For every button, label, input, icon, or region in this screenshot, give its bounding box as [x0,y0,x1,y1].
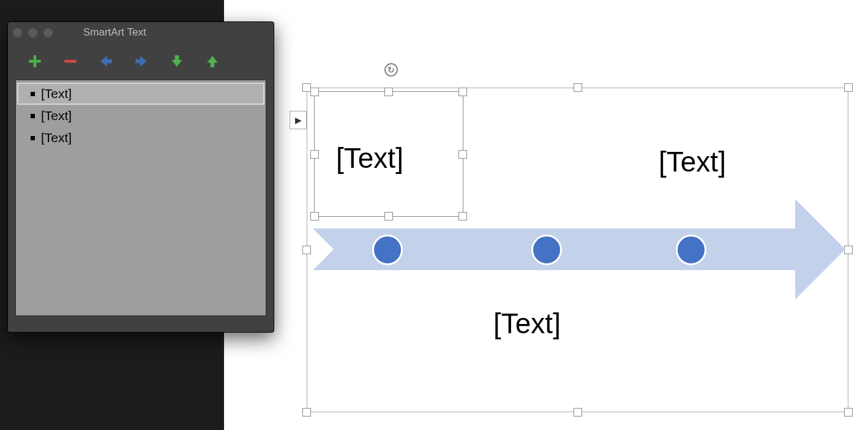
resize-handle-sw[interactable] [302,408,311,417]
inner-resize-se[interactable] [458,212,467,221]
list-item-label: [Text] [41,108,72,123]
panel-titlebar[interactable]: SmartArt Text [8,22,274,43]
bullet-icon [31,136,35,140]
inner-resize-sw[interactable] [310,212,319,221]
rotate-handle-icon[interactable] [384,63,398,77]
expand-text-pane-button[interactable]: ▶ [290,111,307,129]
minimize-window-icon[interactable] [28,28,37,37]
list-item-label: [Text] [41,130,72,145]
window-controls [13,28,53,37]
timeline-dot-3[interactable] [676,235,706,265]
resize-handle-n[interactable] [574,83,582,92]
smartart-text-panel[interactable]: SmartArt Text [Text] [Text] [7,21,274,333]
resize-handle-e[interactable] [844,246,853,254]
timeline-dot-1[interactable] [372,235,403,265]
resize-handle-w[interactable] [302,246,311,254]
inner-resize-w[interactable] [310,150,319,159]
arrow-right-icon [133,53,149,69]
resize-handle-s[interactable] [574,408,582,417]
close-window-icon[interactable] [13,28,22,37]
list-item-label: [Text] [41,86,72,101]
timeline-dot-2[interactable] [531,235,562,265]
promote-button[interactable] [133,53,150,70]
panel-toolbar [8,43,274,80]
bullet-list[interactable]: [Text] [Text] [Text] [15,80,266,316]
inner-resize-s[interactable] [384,212,393,221]
remove-bullet-button[interactable] [62,53,79,70]
move-down-button[interactable] [168,53,185,70]
svg-rect-0 [64,60,77,62]
list-item[interactable]: [Text] [17,105,264,127]
arrow-head-icon [795,199,845,300]
list-item[interactable]: [Text] [17,83,264,105]
plus-icon [27,53,43,69]
resize-handle-se[interactable] [844,408,853,417]
bullet-icon [31,92,35,96]
arrow-down-icon [169,53,185,69]
arrow-up-icon [204,53,220,69]
timeline-label-2[interactable]: [Text] [493,307,561,340]
move-up-button[interactable] [204,53,221,70]
list-item[interactable]: [Text] [17,127,264,149]
panel-title: SmartArt Text [83,26,146,39]
minus-icon [62,53,78,69]
zoom-window-icon[interactable] [43,28,53,37]
demote-button[interactable] [97,53,114,70]
timeline-label-3[interactable]: [Text] [659,145,726,178]
resize-handle-ne[interactable] [844,83,853,92]
chevron-right-icon: ▶ [295,115,302,125]
resize-handle-nw[interactable] [302,83,311,92]
arrow-notch [313,228,334,270]
add-bullet-button[interactable] [26,53,43,70]
inner-resize-e[interactable] [458,150,467,159]
bullet-icon [31,114,35,118]
smartart-graphic[interactable]: ▶ [Text] [Text] [Text] [307,88,848,412]
arrow-left-icon [98,53,114,69]
inner-resize-nw[interactable] [310,88,319,96]
inner-resize-n[interactable] [384,88,393,96]
selected-text-shape[interactable] [314,91,463,217]
inner-resize-ne[interactable] [458,88,467,96]
